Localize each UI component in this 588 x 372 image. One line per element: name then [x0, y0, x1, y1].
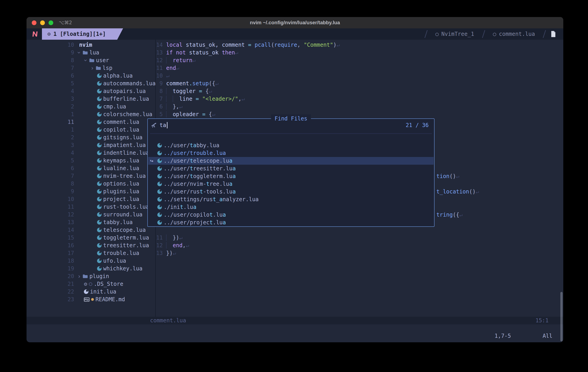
eol-marker: ↵ [212, 111, 215, 118]
tab-shortcut-badge: ⌥⌘2 [59, 17, 72, 28]
eol-marker: ↵ [176, 65, 179, 71]
code-token: "Comment" [304, 42, 333, 48]
code-token: , [297, 42, 304, 48]
tab-label: 1 [Floating][1+] [53, 31, 106, 37]
tab-label: NvimTree_1 [441, 31, 474, 37]
editor-line-number: 8 [133, 87, 163, 95]
indent-guide: ▏ [166, 111, 173, 118]
code-token: = [248, 42, 254, 48]
code-line: 11end↵ [27, 64, 563, 72]
indent-guide: ▏ [166, 242, 173, 249]
code-token: = [199, 88, 206, 94]
code-text: ▏ return↵ [166, 56, 196, 64]
code-line: 13if not status_ok then↵ [27, 49, 563, 56]
editor-line-number: 11 [133, 234, 163, 241]
code-token: return [173, 57, 192, 64]
code-token: . [189, 80, 192, 87]
eol-marker: ↵ [186, 242, 189, 249]
code-text: ↵ [166, 72, 169, 80]
path-segment: oggleterm.lu [193, 173, 232, 179]
lua-file-icon [157, 213, 162, 217]
tab-circle-icon: ○ [493, 31, 496, 37]
path-segment: t [210, 212, 213, 218]
lua-file-icon [157, 182, 162, 186]
find-result[interactable]: ../user/treesitter.lua [148, 165, 434, 172]
find-result[interactable]: ../user/tabby.lua [148, 142, 434, 149]
find-result[interactable]: ../user/rust-tools.lua [148, 188, 434, 196]
find-result[interactable]: ../user/trouble.lua [148, 149, 434, 157]
path-segment: nalyzer.lua [223, 196, 259, 203]
indent-guide: ▏ [166, 88, 173, 94]
find-result[interactable]: ../settings/rust_analyzer.lua [148, 196, 434, 203]
code-text: if not status_ok then↵ [166, 49, 238, 56]
zoom-button[interactable] [49, 21, 53, 25]
scrollbar[interactable] [560, 292, 563, 341]
code-text: t_location()↵ [436, 188, 479, 196]
find-result[interactable]: ../user/nvim-tree.lua [148, 180, 434, 188]
path-segment: .lu [213, 212, 223, 218]
code-token: pcall [254, 42, 271, 48]
result-path: ../user/trouble.lua [164, 149, 226, 157]
find-result[interactable]: ../user/copilot.lua [148, 211, 434, 219]
path-segment: ../user/rus [164, 188, 200, 195]
path-segment: ../user/ [164, 165, 190, 172]
neovim-logo-icon [32, 31, 39, 37]
lua-file-icon [157, 174, 162, 178]
path-segment: a [223, 219, 226, 226]
find-result[interactable]: ../user/toggleterm.lua [148, 172, 434, 180]
tabline: ⊙1 [Floating][1+] ○NvimTree_1 ○comment.l… [27, 28, 563, 40]
statusline: comment.lua 15:1 [27, 317, 563, 324]
path-segment: a [193, 204, 196, 210]
query-text: ta [160, 122, 166, 128]
path-segment: a [232, 165, 235, 172]
eol-marker: ↵ [166, 73, 169, 79]
path-segment: -tools.lu [203, 188, 232, 195]
find-result[interactable]: ../user/project.lua [148, 219, 434, 226]
minimize-button[interactable] [40, 21, 45, 25]
ruler: 1,7-5 All [27, 332, 563, 340]
eol-marker: ↵ [242, 96, 245, 102]
find-result[interactable]: ↪../user/telescope.lua [148, 157, 434, 165]
find-result[interactable]: ./init.lua [148, 203, 434, 211]
path-segment: ./ini [164, 204, 180, 210]
path-segment: reesitter.lu [193, 165, 232, 172]
path-segment: bby.lua [197, 142, 220, 149]
code-token: ) [333, 42, 336, 48]
eol-marker: ↵ [209, 88, 212, 94]
path-segment: a [229, 158, 232, 164]
code-line: 9comment.setup({↵ [27, 80, 563, 87]
lua-file-icon [157, 159, 162, 163]
close-button[interactable] [32, 21, 36, 25]
code-token: status_ok, comment [186, 42, 248, 48]
code-token: "<leader>/" [202, 96, 238, 102]
code-token: end [173, 242, 182, 249]
editor-line-number: 12 [133, 241, 163, 249]
eol-marker: ↵ [173, 250, 176, 256]
eol-marker: ↵ [476, 188, 479, 195]
code-token: = [196, 96, 202, 102]
document-icon [551, 31, 556, 37]
result-path: ../user/telescope.lua [164, 157, 232, 165]
path-segment: a [232, 188, 235, 195]
indent-guide: ▏ ▏ [166, 96, 179, 102]
titlebar[interactable]: ⌥⌘2 nvim ~/.config/nvim/lua/user/tabby.l… [27, 17, 563, 28]
tab-nvimtree[interactable]: ○NvimTree_1 [426, 28, 483, 40]
code-token: toggler [173, 88, 199, 94]
scroll-indicator: All [543, 332, 552, 340]
code-token: setup [192, 80, 209, 87]
tab-comment[interactable]: ○comment.lua [484, 28, 544, 40]
search-query[interactable]: ta [160, 119, 168, 131]
code-line: 14local status_ok, comment = pcall(requi… [27, 41, 563, 49]
eol-marker: ↵ [179, 235, 182, 241]
eol-marker: ↵ [235, 49, 238, 56]
path-segment: a [223, 212, 226, 218]
code-token: () [450, 173, 456, 179]
tab-active-floating[interactable]: ⊙1 [Floating][1+] [42, 28, 123, 40]
code-token: require [274, 42, 297, 48]
code-text: ▏ end,↵ [166, 241, 189, 249]
editor-line-number: 13 [133, 249, 163, 257]
result-path: ../user/project.lua [164, 219, 226, 226]
path-segment: a [220, 196, 223, 203]
code-token: , [238, 96, 242, 102]
tab-label: comment.lua [499, 31, 535, 37]
